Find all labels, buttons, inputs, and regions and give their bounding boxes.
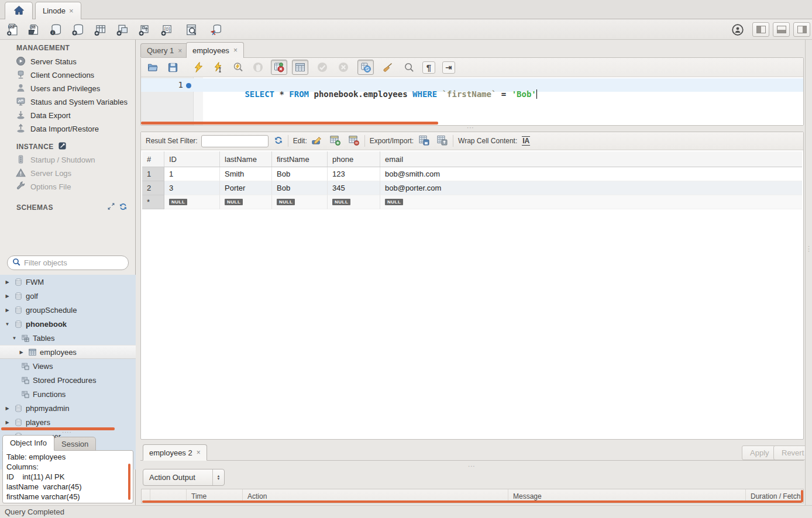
rollback-button[interactable] bbox=[335, 60, 352, 75]
col-header-email[interactable]: email bbox=[380, 151, 802, 167]
output-hscrollbar[interactable] bbox=[142, 500, 802, 503]
tab-query-1[interactable]: Query 1× bbox=[140, 43, 188, 57]
toggle-autocommit-button[interactable] bbox=[357, 60, 374, 75]
open-sql-script-button[interactable]: SQL bbox=[25, 22, 42, 37]
cell-id[interactable]: 3 bbox=[164, 181, 220, 195]
cell-firstname[interactable]: Bob bbox=[272, 181, 328, 195]
cell-lastname[interactable]: Porter bbox=[220, 181, 272, 195]
import-recordset-icon[interactable] bbox=[436, 134, 448, 148]
sql-editor-area[interactable]: 1 SELECT * FROM phonebook.employees WHER… bbox=[141, 77, 803, 125]
tree-item-schema-groupschedule[interactable]: ▶ groupSchedule bbox=[0, 303, 136, 317]
col-header-num[interactable]: # bbox=[142, 151, 164, 167]
output-vscrollbar[interactable] bbox=[801, 490, 803, 502]
export-recordset-icon[interactable] bbox=[418, 134, 430, 148]
output-selector[interactable]: Action Output ▲▼ bbox=[143, 469, 225, 486]
new-table-button[interactable] bbox=[91, 22, 109, 37]
insert-row-icon[interactable] bbox=[329, 134, 341, 148]
close-tab-icon[interactable]: × bbox=[233, 46, 238, 54]
tree-item-tables[interactable]: ▼ Tables bbox=[0, 331, 136, 345]
chevron-right-icon[interactable]: ▶ bbox=[4, 308, 11, 313]
execute-statement-button[interactable] bbox=[190, 60, 207, 75]
sidebar-splitter[interactable]: ⋅⋅⋅⋅ bbox=[62, 431, 72, 434]
notifications-button[interactable] bbox=[729, 22, 746, 37]
chevron-right-icon[interactable]: ▶ bbox=[18, 350, 25, 355]
sidebar-item-server-logs[interactable]: Server Logs bbox=[0, 167, 136, 180]
expand-schemas-icon[interactable] bbox=[107, 202, 115, 212]
sidebar-item-server-status[interactable]: Server Status bbox=[0, 55, 136, 68]
tree-item-schema-phpmyadmin[interactable]: ▶ phpmyadmin bbox=[0, 401, 136, 415]
schema-filter-input[interactable] bbox=[24, 258, 112, 267]
new-sql-editor-button[interactable]: SQL bbox=[4, 22, 21, 37]
close-tab-icon[interactable]: × bbox=[178, 47, 182, 55]
sidebar-item-data-export[interactable]: Data Export bbox=[0, 109, 136, 122]
cell-null[interactable]: NULL bbox=[272, 195, 328, 209]
toggle-right-panel-button[interactable] bbox=[793, 22, 810, 37]
new-procedure-button[interactable] bbox=[136, 22, 153, 37]
home-tab[interactable] bbox=[5, 2, 33, 19]
wrap-cell-content-icon[interactable]: IA bbox=[522, 136, 530, 146]
sidebar-item-options-file[interactable]: Options File bbox=[0, 180, 136, 194]
tree-item-schema-fwm[interactable]: ▶ FWM bbox=[0, 275, 136, 289]
tab-session[interactable]: Session bbox=[54, 437, 96, 451]
refresh-schemas-icon[interactable] bbox=[119, 202, 128, 213]
row-number-cell[interactable]: * bbox=[142, 195, 164, 209]
chevron-down-icon[interactable]: ▼ bbox=[4, 322, 11, 327]
toggle-left-panel-button[interactable] bbox=[752, 22, 769, 37]
cell-lastname[interactable]: Smith bbox=[220, 167, 272, 181]
chevron-right-icon[interactable]: ▶ bbox=[4, 293, 11, 299]
wrap-text-button[interactable]: ⇥ bbox=[441, 60, 457, 75]
cell-null[interactable]: NULL bbox=[380, 195, 802, 209]
cell-firstname[interactable]: Bob bbox=[272, 167, 328, 181]
row-number-cell[interactable]: 1 bbox=[142, 167, 164, 181]
show-invisibles-button[interactable]: ¶ bbox=[421, 60, 437, 75]
open-script-button[interactable] bbox=[144, 60, 161, 75]
cell-null[interactable]: NULL bbox=[220, 195, 272, 209]
connection-tab[interactable]: Linode × bbox=[35, 2, 81, 19]
tree-item-schema-phonebook[interactable]: ▼ phonebook bbox=[0, 317, 136, 331]
tree-item-schema-golf[interactable]: ▶ golf bbox=[0, 289, 136, 303]
sidebar-item-client-connections[interactable]: Client Connections bbox=[0, 68, 136, 82]
cell-phone[interactable]: 123 bbox=[328, 167, 380, 181]
tree-item-table-employees[interactable]: ▶ employees bbox=[0, 345, 136, 359]
output-splitter[interactable]: ⋅⋅⋅ bbox=[468, 465, 476, 468]
execute-current-button[interactable] bbox=[210, 60, 226, 75]
explain-plan-button[interactable] bbox=[230, 60, 246, 75]
new-connection-button[interactable] bbox=[69, 22, 87, 37]
col-header-phone[interactable]: phone bbox=[328, 151, 380, 167]
database-info-button[interactable]: i bbox=[47, 22, 64, 37]
edit-cell-icon[interactable] bbox=[311, 134, 322, 147]
tree-item-views[interactable]: Views bbox=[0, 359, 136, 373]
cell-null[interactable]: NULL bbox=[328, 195, 380, 209]
search-table-data-button[interactable] bbox=[183, 22, 200, 37]
find-button[interactable] bbox=[401, 60, 417, 75]
cell-null[interactable]: NULL bbox=[164, 195, 220, 209]
toggle-stop-on-error-button[interactable] bbox=[271, 60, 287, 75]
sidebar-item-startup-shutdown[interactable]: Startup / Shutdown bbox=[0, 153, 136, 167]
right-panel-splitter[interactable]: ⋅⋅⋅ bbox=[805, 40, 812, 505]
tree-item-stored-procedures[interactable]: Stored Procedures bbox=[0, 373, 136, 387]
refresh-results-icon[interactable] bbox=[274, 136, 283, 147]
limit-rows-button[interactable] bbox=[292, 60, 308, 75]
sidebar-scrollbar[interactable] bbox=[1, 427, 115, 430]
tab-employees-query[interactable]: employees× bbox=[186, 42, 244, 58]
chevron-down-icon[interactable]: ▼ bbox=[11, 336, 18, 341]
commit-button[interactable] bbox=[314, 60, 331, 75]
editor-hscrollbar[interactable] bbox=[141, 122, 438, 125]
tab-result-employees-2[interactable]: employees 2× bbox=[143, 444, 207, 461]
tree-item-functions[interactable]: Functions bbox=[0, 387, 136, 401]
editor-result-splitter[interactable]: ⋅⋅⋅ bbox=[467, 126, 474, 130]
sidebar-item-status-variables[interactable]: Status and System Variables bbox=[0, 95, 136, 109]
close-tab-icon[interactable]: × bbox=[69, 6, 74, 15]
object-info-scrollbar[interactable] bbox=[128, 464, 130, 500]
reconnect-database-button[interactable] bbox=[207, 22, 225, 37]
row-number-cell[interactable]: 2 bbox=[142, 181, 164, 195]
tab-object-info[interactable]: Object Info bbox=[2, 435, 54, 451]
col-header-firstname[interactable]: firstName bbox=[272, 151, 328, 167]
beautify-sql-button[interactable] bbox=[380, 60, 396, 75]
chevron-right-icon[interactable]: ▶ bbox=[4, 420, 11, 425]
delete-row-icon[interactable] bbox=[348, 134, 360, 148]
chevron-right-icon[interactable]: ▶ bbox=[4, 406, 11, 411]
new-function-button[interactable]: {0} bbox=[158, 22, 176, 37]
chevron-right-icon[interactable]: ▶ bbox=[4, 279, 11, 285]
col-header-id[interactable]: ID bbox=[164, 151, 220, 167]
